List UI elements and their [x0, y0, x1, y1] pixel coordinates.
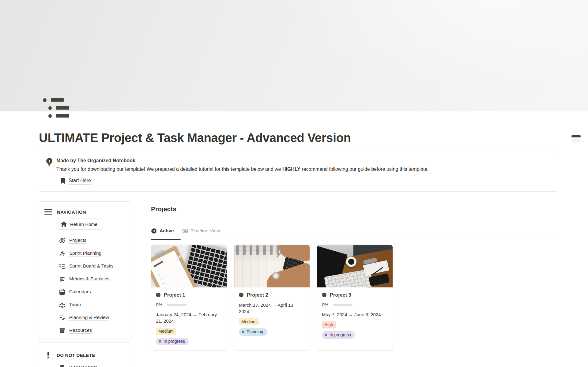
- bar-chart-icon: [59, 276, 66, 282]
- list-bar: [56, 106, 69, 110]
- house-icon: [61, 221, 67, 227]
- project-dates: March 17, 2024 → April 13, 2024: [239, 302, 305, 315]
- do-not-delete-panel: DO NOT DELETE DATABASES: [38, 342, 132, 367]
- start-here-label: Start Here: [69, 177, 91, 185]
- progress-bar: [167, 304, 187, 306]
- doc-pencil-icon: [59, 315, 66, 321]
- arrow-circle-icon: [151, 228, 157, 234]
- status-dot-icon: [159, 340, 161, 343]
- svg-text:T: T: [48, 159, 51, 163]
- do-not-delete-header: DO NOT DELETE: [44, 352, 126, 358]
- priority-tag: Medium: [156, 328, 176, 335]
- project-3-thumbnail: [317, 245, 393, 287]
- status-dot-icon: [325, 334, 327, 336]
- project-title: Project 3: [330, 292, 351, 298]
- status-dot-icon: [242, 331, 244, 333]
- list-row: [48, 106, 69, 110]
- maker-callout: T Made by The Organized Notebook Thank y…: [38, 151, 558, 192]
- return-home-button[interactable]: Return Home: [56, 219, 102, 230]
- callout-text-before: Thank you for downloading our template! …: [56, 167, 282, 172]
- sidebar-item-sprint-planning[interactable]: Sprint Planning: [59, 247, 126, 260]
- archive-box-icon: [59, 328, 66, 334]
- sidebar-item-label: DATABASES: [69, 365, 97, 367]
- sidebar-item-projects[interactable]: Projects: [59, 234, 126, 247]
- project-card-3[interactable]: Project 3 0% May 7, 2024 → June 3, 2024 …: [317, 245, 393, 351]
- sidebar-item-label: Team: [69, 302, 81, 308]
- list-bar: [56, 114, 69, 118]
- project-dates: May 7, 2024 → June 3, 2024: [322, 311, 388, 318]
- card-body: Project 3 0% May 7, 2024 → June 3, 2024 …: [317, 287, 393, 344]
- sidebar-item-resources[interactable]: Resources: [59, 324, 126, 337]
- list-row: [48, 114, 69, 118]
- bulleted-list-icon[interactable]: [43, 98, 69, 122]
- notion-page: ULTIMATE Project & Task Manager - Advanc…: [0, 0, 588, 367]
- list-bullet: [48, 114, 52, 118]
- projects-section: Projects Active Timeline View: [151, 205, 558, 351]
- list-bullet: [48, 106, 52, 110]
- sidebar-item-label: Sprint Board & Tasks: [69, 263, 113, 269]
- navigation-header-label: NAVIGATION: [57, 209, 86, 215]
- tab-active[interactable]: Active: [151, 228, 174, 234]
- list-row: [43, 98, 69, 102]
- progress-row: 0%: [156, 302, 222, 307]
- card-body: Project 2 March 17, 2024 → April 13, 202…: [234, 287, 310, 341]
- project-gallery: Project 1 0% January 24, 2024 → February…: [151, 245, 558, 351]
- exclamation-icon: [44, 352, 52, 358]
- sidebar-item-label: Calendars: [69, 289, 91, 295]
- sidebar-item-metrics[interactable]: Metrics & Statistics: [59, 273, 126, 286]
- minimize-dash-icon[interactable]: [571, 135, 581, 137]
- tab-timeline-view[interactable]: Timeline View: [182, 228, 220, 234]
- project-dot-icon: [156, 293, 160, 297]
- status-label: In progress: [164, 339, 185, 344]
- sidebar-item-calendars[interactable]: Calendars: [59, 286, 126, 298]
- project-title: Project 1: [164, 292, 185, 298]
- lightbulb-logo-icon: T: [45, 157, 55, 185]
- status-label: In progress: [330, 332, 351, 337]
- target-icon: [59, 238, 66, 244]
- view-tabs: Active Timeline View: [151, 227, 558, 235]
- navigation-list: Projects Sprint Planning Sprint Board & …: [59, 234, 126, 337]
- return-home-label: Return Home: [70, 222, 97, 227]
- do-not-delete-label: DO NOT DELETE: [57, 353, 95, 358]
- runner-icon: [59, 250, 66, 257]
- bookmark-icon: [61, 178, 65, 184]
- sidebar-item-label: Metrics & Statistics: [69, 276, 109, 282]
- section-divider: [151, 219, 558, 219]
- progress-label: 0%: [156, 302, 162, 307]
- danger-list: DATABASES: [59, 361, 126, 367]
- priority-tag: Medium: [239, 318, 259, 325]
- database-icon: [59, 365, 66, 367]
- priority-tag: High: [322, 321, 336, 328]
- card-title-row: Project 1: [156, 292, 222, 298]
- progress-bar: [333, 304, 352, 306]
- project-2-thumbnail: [234, 245, 310, 287]
- sidebar-item-label: Projects: [69, 238, 86, 244]
- paper-title-shape: [153, 261, 163, 267]
- sidebar-item-planning-review[interactable]: Planning & Review: [59, 311, 126, 324]
- page-title: ULTIMATE Project & Task Manager - Advanc…: [39, 131, 351, 145]
- active-tab-underline: [151, 239, 181, 240]
- project-card-1[interactable]: Project 1 0% January 24, 2024 → February…: [151, 245, 227, 351]
- project-card-2[interactable]: Project 2 March 17, 2024 → April 13, 202…: [234, 245, 310, 351]
- card-title-row: Project 3: [322, 292, 388, 298]
- start-here-link[interactable]: Start Here: [61, 177, 91, 185]
- status-pill: Planning: [239, 328, 267, 336]
- sidebar-item-sprint-board[interactable]: Sprint Board & Tasks: [59, 260, 126, 273]
- sidebar-item-team[interactable]: Team: [59, 298, 126, 311]
- project-dates: January 24, 2024 → February 21, 2024: [156, 311, 222, 324]
- list-bullet: [43, 98, 47, 102]
- sidebar-item-databases[interactable]: DATABASES: [59, 361, 126, 367]
- navigation-header: NAVIGATION: [44, 209, 126, 215]
- tab-rule: [151, 239, 558, 240]
- callout-text-bold: HIGHLY: [282, 167, 300, 172]
- project-1-thumbnail: [151, 245, 227, 287]
- progress-row: 0%: [322, 302, 388, 307]
- project-dot-icon: [322, 293, 326, 297]
- progress-label: 0%: [322, 302, 328, 307]
- card-body: Project 1 0% January 24, 2024 → February…: [151, 287, 227, 350]
- project-title: Project 2: [247, 292, 268, 298]
- callout-text: Thank you for downloading our template! …: [56, 166, 429, 173]
- sidebar-item-label: Resources: [69, 328, 92, 334]
- watch-shape: [272, 272, 280, 279]
- tab-label: Timeline View: [191, 228, 220, 234]
